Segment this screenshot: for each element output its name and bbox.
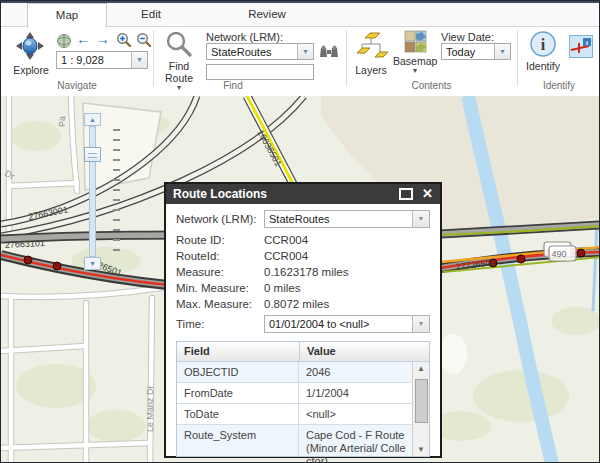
- chevron-down-icon[interactable]: ▼: [412, 316, 429, 332]
- find-route-text-input[interactable]: [206, 64, 314, 80]
- tab-edit[interactable]: Edit: [105, 3, 197, 25]
- table-row: OBJECTID 2046: [177, 362, 412, 383]
- group-label-navigate: Navigate: [1, 80, 153, 93]
- route-id-row: Route ID: CCR004: [176, 232, 430, 247]
- scrollbar-thumb[interactable]: [415, 379, 428, 423]
- measure-value: 0.1623178 miles: [264, 266, 348, 278]
- table-row: ToDate <null>: [177, 404, 412, 425]
- close-icon[interactable]: ✕: [422, 185, 433, 203]
- scroll-down-icon[interactable]: ▼: [413, 445, 429, 454]
- group-separator: [346, 30, 347, 86]
- tab-review[interactable]: Review: [197, 3, 337, 25]
- zoom-slider-track[interactable]: [89, 126, 96, 257]
- table-row: Route_System Cape Cod - F Route (Minor A…: [177, 425, 412, 456]
- route-locations-dialog: Route Locations ✕ Network (LRM): StateRo…: [164, 182, 442, 458]
- find-route-label-1: Find: [156, 60, 202, 72]
- chevron-down-icon[interactable]: ▼: [131, 52, 147, 68]
- back-arrow-icon[interactable]: ←: [76, 30, 91, 47]
- field-cell: ToDate: [177, 404, 299, 424]
- field-cell: OBJECTID: [177, 362, 299, 382]
- identify-label: Identify: [523, 60, 563, 72]
- layers-button[interactable]: Layers: [351, 30, 391, 76]
- dialog-network-value: StateRoutes: [265, 211, 412, 227]
- chevron-down-icon[interactable]: ▼: [494, 44, 510, 59]
- basemap-button[interactable]: Basemap ▾: [393, 30, 437, 74]
- identify-route-icon: i: [570, 36, 592, 57]
- time-row: Time: 01/01/2004 to <null> ▼: [176, 315, 430, 333]
- routeid-value: CCR004: [264, 250, 308, 262]
- dialog-titlebar[interactable]: Route Locations ✕: [166, 184, 440, 204]
- group-label-identify: Identify: [517, 80, 600, 93]
- shield-number: 490: [551, 249, 566, 259]
- identify-icon: i: [529, 30, 557, 58]
- ribbon: Explore ← → 1 : 9,028 ▼ Navigate: [1, 27, 599, 97]
- min-measure-label: Min. Measure:: [176, 282, 264, 294]
- zoom-slider-down-button[interactable]: ▼: [84, 257, 101, 270]
- view-date-value: Today: [442, 44, 494, 59]
- group-separator: [153, 30, 154, 86]
- chevron-down-icon[interactable]: ▼: [297, 44, 313, 59]
- min-measure-value: 0 miles: [264, 282, 300, 294]
- attributes-table-header: Field Value: [177, 342, 429, 362]
- layers-label: Layers: [351, 64, 391, 76]
- map-zoom-slider[interactable]: ▲ ▼: [84, 113, 102, 270]
- identify-button[interactable]: i Identify: [523, 30, 563, 72]
- binoculars-icon[interactable]: [319, 44, 339, 61]
- full-extent-globe-icon[interactable]: [56, 33, 72, 51]
- max-measure-label: Max. Measure:: [176, 298, 264, 310]
- value-cell: Cape Cod - F Route (Minor Arterial/ Coll…: [299, 425, 412, 456]
- field-column-header: Field: [177, 342, 299, 361]
- view-date-label: View Date:: [441, 31, 494, 43]
- routeid-row: RouteId: CCR004: [176, 248, 430, 263]
- route-shield-490: 490: [544, 242, 576, 261]
- dialog-network-row: Network (LRM): StateRoutes ▼: [176, 210, 430, 228]
- street-label: Pa: [57, 116, 67, 127]
- dialog-network-label: Network (LRM):: [176, 213, 264, 225]
- network-lrm-combo[interactable]: StateRoutes ▼: [206, 43, 314, 60]
- forward-arrow-icon[interactable]: →: [95, 30, 110, 47]
- routeid-label: RouteId:: [176, 250, 264, 262]
- svg-text:i: i: [541, 36, 546, 53]
- chevron-down-icon[interactable]: ▼: [412, 211, 429, 227]
- map-scale-combo[interactable]: 1 : 9,028 ▼: [56, 51, 148, 69]
- table-scrollbar[interactable]: ▲ ▼: [412, 362, 429, 456]
- zoom-in-icon[interactable]: [116, 32, 132, 50]
- max-measure-value: 0.8072 miles: [264, 298, 329, 310]
- route-id-value: CCR004: [264, 234, 308, 246]
- max-measure-row: Max. Measure: 0.8072 miles: [176, 296, 430, 311]
- view-date-combo[interactable]: Today ▼: [441, 43, 511, 60]
- basemap-icon: [404, 30, 427, 53]
- time-combo[interactable]: 01/01/2004 to <null> ▼: [264, 315, 430, 333]
- zoom-slider-up-button[interactable]: ▲: [84, 113, 101, 126]
- explore-icon[interactable]: [15, 31, 45, 61]
- tab-map[interactable]: Map: [27, 3, 107, 28]
- route-id-label: Route ID:: [176, 234, 264, 246]
- svg-text:i: i: [586, 39, 588, 47]
- min-measure-row: Min. Measure: 0 miles: [176, 280, 430, 295]
- dialog-network-combo[interactable]: StateRoutes ▼: [264, 210, 430, 228]
- measure-row: Measure: 0.1623178 miles: [176, 264, 430, 279]
- group-label-find: Find: [153, 80, 313, 93]
- find-route-magnifier-icon: [164, 30, 194, 58]
- time-value: 01/01/2004 to <null>: [265, 316, 412, 332]
- layers-icon: [354, 30, 388, 62]
- attributes-table: Field Value OBJECTID 2046 FromDate 1/1/2…: [176, 341, 430, 457]
- value-cell: 1/1/2004: [299, 383, 412, 403]
- group-label-contents: Contents: [346, 80, 517, 93]
- network-lrm-label: Network (LRM):: [206, 31, 283, 43]
- map-scale-value: 1 : 9,028: [57, 52, 131, 68]
- value-cell: 2046: [299, 362, 412, 382]
- field-cell: FromDate: [177, 383, 299, 403]
- group-separator: [517, 30, 518, 86]
- chevron-down-icon: ▾: [393, 67, 437, 74]
- scroll-up-icon[interactable]: ▲: [413, 364, 429, 373]
- ribbon-tab-bar: Map Edit Review: [1, 3, 599, 27]
- zoom-out-icon[interactable]: [136, 32, 152, 50]
- maximize-icon[interactable]: [399, 188, 413, 200]
- zoom-slider-thumb[interactable]: [84, 147, 101, 162]
- explore-button[interactable]: Explore: [3, 64, 59, 76]
- value-column-header: Value: [299, 342, 429, 361]
- identify-route-locations-button[interactable]: i: [569, 35, 593, 58]
- zoom-slider-ticks: [113, 129, 120, 251]
- time-label: Time:: [176, 318, 264, 330]
